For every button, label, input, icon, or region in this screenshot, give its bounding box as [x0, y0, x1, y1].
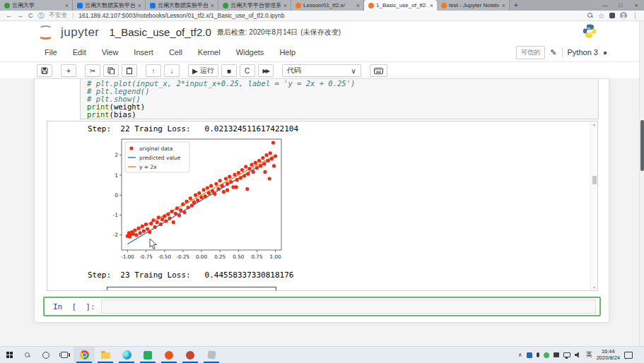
- jupyter-wordmark[interactable]: jupyter: [61, 25, 100, 40]
- tab-title: Lesson/01_tf2.x/: [303, 2, 353, 8]
- page-scrollbar[interactable]: [639, 21, 644, 346]
- new-tab-button[interactable]: +: [510, 0, 522, 11]
- empty-code-cell-selected[interactable]: In [ ]:: [43, 297, 601, 316]
- tab-close-icon[interactable]: ×: [429, 2, 434, 9]
- browser-tab-1[interactable]: 云南大学 ×: [0, 0, 73, 11]
- menu-help[interactable]: Help: [271, 45, 303, 59]
- tray-green-app-icon[interactable]: [544, 352, 549, 358]
- cell-type-dropdown[interactable]: 代码 ∨: [282, 64, 361, 77]
- page-scrollbar-thumb[interactable]: [640, 120, 644, 171]
- scroll-down-icon[interactable]: ▼: [591, 285, 597, 290]
- trusted-button[interactable]: 可信的: [516, 46, 545, 59]
- browser-tab-strip: 云南大学 × 云南大数据实验平台 × 云南大数据实验平台 × 云南大学平台管理系…: [0, 0, 644, 11]
- code-editor[interactable]: # plt.plot(input_x, 2*input_x+0.25, labe…: [87, 80, 598, 119]
- task-view-button[interactable]: [55, 347, 74, 363]
- microphone-icon[interactable]: [537, 352, 539, 357]
- taskbar-app-green[interactable]: [137, 347, 158, 363]
- checkpoint-status: 最后检查: 2020年8月14日: [217, 28, 298, 37]
- edge-icon: [122, 350, 131, 359]
- search-button[interactable]: [18, 347, 37, 363]
- minimize-button[interactable]: —: [597, 0, 613, 11]
- back-icon[interactable]: ←: [6, 12, 12, 19]
- tab-close-icon[interactable]: ×: [137, 2, 142, 9]
- volume-icon[interactable]: [575, 352, 582, 358]
- add-cell-button[interactable]: +: [61, 64, 76, 77]
- forward-icon[interactable]: →: [17, 12, 23, 19]
- svg-text:predicted value: predicted value: [139, 155, 181, 161]
- svg-text:-0.75: -0.75: [139, 254, 153, 260]
- run-cell-button[interactable]: ▶ 运行: [188, 64, 218, 77]
- reload-icon[interactable]: C: [28, 12, 33, 19]
- menu-kernel[interactable]: Kernel: [190, 45, 228, 59]
- taskbar-clock[interactable]: 16:44 2020/8/24: [597, 349, 620, 361]
- cortana-icon: [42, 352, 49, 359]
- move-cell-up-button[interactable]: ↑: [146, 64, 161, 77]
- save-button[interactable]: [37, 64, 52, 77]
- restart-kernel-button[interactable]: C: [240, 64, 255, 77]
- menu-cell[interactable]: Cell: [161, 45, 190, 59]
- tab-title: 云南大数据实验平台: [85, 1, 135, 9]
- menu-widgets[interactable]: Widgets: [228, 45, 272, 59]
- tray-dark-app-icon[interactable]: [554, 352, 559, 357]
- copy-cell-button[interactable]: [103, 64, 119, 77]
- move-cell-down-button[interactable]: ↓: [164, 64, 180, 77]
- output-scroll-area[interactable]: Step: 22 Traing Loss: 0.0213245116174221…: [47, 121, 598, 291]
- divider: [562, 47, 563, 57]
- zoom-icon[interactable]: [587, 13, 593, 18]
- tab-close-icon[interactable]: ×: [210, 2, 215, 9]
- browser-tab-4[interactable]: 云南大学平台管理系统 ×: [218, 0, 291, 11]
- profile-avatar-icon[interactable]: [620, 12, 627, 19]
- site-info-icon[interactable]: ⓘ: [38, 11, 45, 20]
- scroll-up-icon[interactable]: ▲: [591, 122, 597, 126]
- browser-tab-3[interactable]: 云南大数据实验平台 ×: [146, 0, 218, 11]
- taskbar-file-explorer[interactable]: [95, 347, 116, 363]
- taskbar-chrome[interactable]: [74, 347, 95, 363]
- tray-expand-icon[interactable]: ∧: [518, 352, 522, 358]
- cut-cell-button[interactable]: ✂: [85, 64, 100, 77]
- tab-close-icon[interactable]: ×: [64, 2, 69, 9]
- bookmark-star-icon[interactable]: ☆: [598, 12, 604, 20]
- svg-text:-2: -2: [113, 232, 119, 238]
- action-center-icon[interactable]: [624, 352, 633, 359]
- windows-logo-icon: [6, 352, 13, 358]
- notebook-title[interactable]: 1_Basic_use_of_tf2.0: [110, 26, 211, 38]
- tab-close-icon[interactable]: ×: [283, 2, 288, 9]
- extension-icon[interactable]: [609, 13, 615, 18]
- interrupt-kernel-button[interactable]: ■: [221, 64, 237, 77]
- taskbar-app-red[interactable]: [180, 347, 201, 363]
- tab-close-icon[interactable]: ×: [356, 2, 361, 9]
- url-text[interactable]: 161.189.42.107:5003/notebooks/Lesson/01_…: [78, 12, 582, 19]
- menu-file[interactable]: File: [37, 45, 65, 59]
- scrollbar-thumb[interactable]: [592, 176, 597, 184]
- browser-tab-6-active[interactable]: 1_Basic_use_of_tf2.0 - Jupyter ×: [364, 0, 437, 11]
- jupyter-logo-icon[interactable]: [37, 24, 55, 41]
- system-tray: ∧ 英 16:44 2020/8/24: [518, 347, 644, 363]
- input-language-indicator[interactable]: 英: [586, 350, 592, 359]
- browser-tab-5[interactable]: Lesson/01_tf2.x/ ×: [291, 0, 364, 11]
- browser-tab-7[interactable]: test - Jupyter Notebook ×: [437, 0, 510, 11]
- taskbar-app-gray[interactable]: [201, 347, 222, 363]
- command-palette-button[interactable]: [370, 64, 387, 77]
- menu-insert[interactable]: Insert: [126, 45, 161, 59]
- taskbar-edge[interactable]: [116, 347, 137, 363]
- tray-blue-app-icon[interactable]: [527, 352, 532, 358]
- display-icon[interactable]: [563, 352, 570, 357]
- security-label[interactable]: 不安全: [49, 11, 68, 20]
- second-figure-clipped: original data: [101, 285, 288, 291]
- start-button[interactable]: [0, 347, 18, 363]
- url-divider: |: [72, 12, 74, 19]
- tab-close-icon[interactable]: ×: [501, 2, 506, 9]
- menu-edit[interactable]: Edit: [65, 45, 94, 59]
- code-cell-input[interactable]: # plt.plot(input_x, 2*input_x+0.25, labe…: [80, 79, 599, 119]
- paste-cell-button[interactable]: [122, 64, 137, 77]
- browser-tab-2[interactable]: 云南大数据实验平台 ×: [73, 0, 146, 11]
- empty-code-editor[interactable]: [101, 299, 596, 314]
- maximize-button[interactable]: □: [613, 0, 628, 11]
- browser-menu-icon[interactable]: ⋮: [632, 12, 638, 19]
- close-window-button[interactable]: ×: [628, 0, 644, 11]
- cortana-button[interactable]: [37, 347, 55, 363]
- menu-view[interactable]: View: [94, 45, 127, 59]
- taskbar-app-orange[interactable]: [158, 347, 180, 363]
- output-scrollbar[interactable]: ▲ ▼: [590, 121, 597, 290]
- restart-run-all-button[interactable]: ▶▶: [258, 64, 274, 77]
